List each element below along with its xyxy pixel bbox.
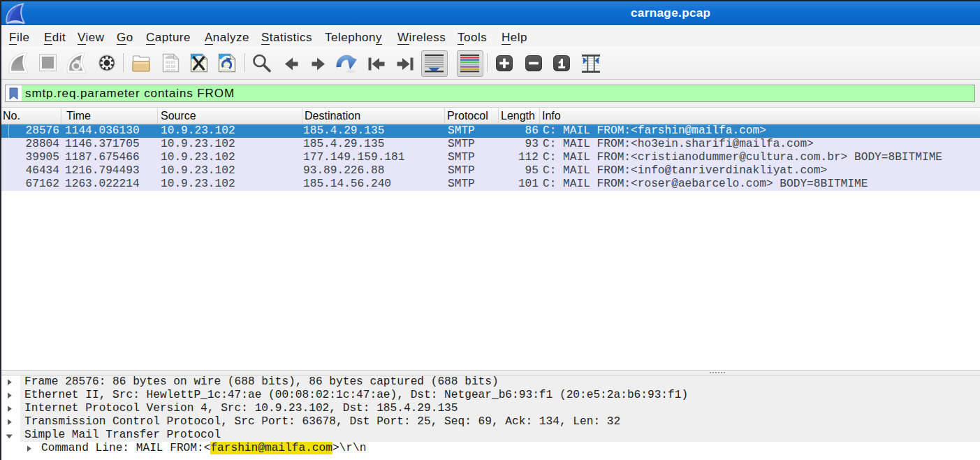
svg-text:0111: 0111 bbox=[221, 69, 232, 73]
svg-text:0111: 0111 bbox=[166, 69, 176, 73]
